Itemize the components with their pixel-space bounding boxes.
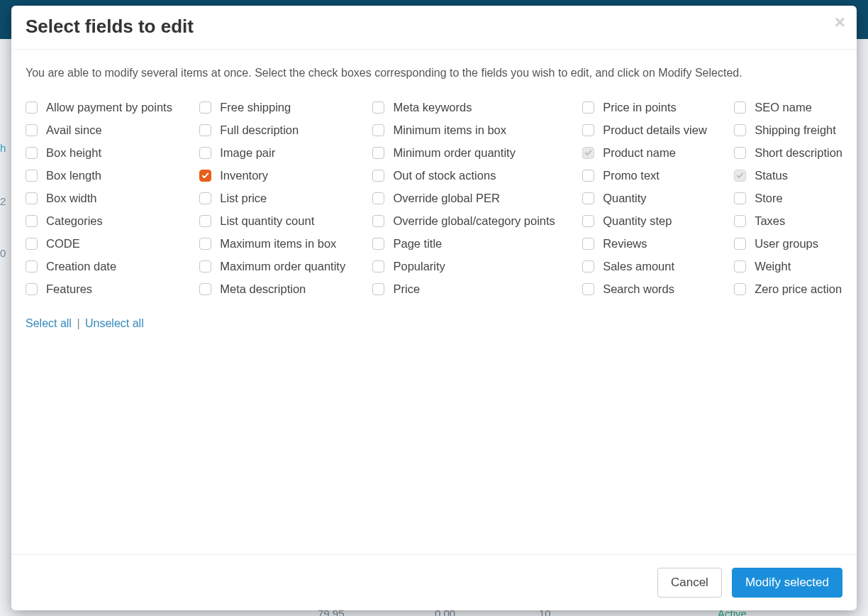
checkbox[interactable] [199,192,211,204]
checkbox[interactable] [734,192,746,204]
close-icon[interactable]: × [835,13,845,31]
field-label: Inventory [220,169,268,182]
cancel-button[interactable]: Cancel [657,568,722,598]
checkbox[interactable] [199,124,211,136]
field-option[interactable]: Search words [582,282,707,296]
checkbox[interactable] [582,283,594,295]
checkbox[interactable] [26,192,38,204]
checkbox[interactable] [734,101,746,114]
field-option[interactable]: Image pair [199,146,345,160]
checkbox[interactable] [199,260,211,273]
field-option[interactable]: Avail since [26,123,172,137]
checkbox[interactable] [582,238,594,250]
checkbox[interactable] [199,101,211,114]
field-option[interactable]: Override global/category points [372,214,555,228]
field-option[interactable]: Meta description [199,282,345,296]
field-option[interactable]: Quantity step [582,214,707,228]
field-option[interactable]: Maximum order quantity [199,260,345,273]
field-option[interactable]: SEO name [734,101,842,114]
field-option[interactable]: Minimum order quantity [372,146,555,160]
field-label: Override global/category points [393,214,555,228]
checkbox[interactable] [734,124,746,136]
field-option[interactable]: Allow payment by points [26,101,172,114]
checkbox[interactable] [582,192,594,204]
checkbox[interactable] [26,147,38,159]
checkbox[interactable] [734,147,746,159]
field-option[interactable]: Override global PER [372,192,555,205]
field-label: Search words [603,282,674,296]
checkbox[interactable] [734,238,746,250]
field-option[interactable]: Popularity [372,260,555,273]
modify-selected-button[interactable]: Modify selected [732,568,842,598]
field-option[interactable]: Product details view [582,123,707,137]
checkbox[interactable] [582,124,594,136]
field-label: Maximum order quantity [220,260,345,273]
checkbox[interactable] [372,238,384,250]
field-option[interactable]: Quantity [582,192,707,205]
field-label: Reviews [603,237,647,251]
checkbox[interactable] [199,147,211,159]
checkbox[interactable] [26,238,38,250]
checkbox[interactable] [26,215,38,227]
field-label: Promo text [603,169,660,182]
field-option[interactable]: Features [26,282,172,296]
checkbox[interactable] [372,283,384,295]
fields-column: Free shippingFull descriptionImage pairI… [199,101,345,296]
checkbox[interactable] [372,260,384,273]
field-option[interactable]: Store [734,192,842,205]
field-option[interactable]: Full description [199,123,345,137]
field-option[interactable]: Weight [734,260,842,273]
checkbox[interactable] [582,260,594,273]
field-option[interactable]: Inventory [199,169,345,182]
field-option[interactable]: Page title [372,237,555,251]
select-all-link[interactable]: Select all [26,317,72,329]
field-option[interactable]: Taxes [734,214,842,228]
field-option[interactable]: Free shipping [199,101,345,114]
field-option[interactable]: Shipping freight [734,123,842,137]
checkbox[interactable] [26,124,38,136]
checkbox[interactable] [199,283,211,295]
field-option[interactable]: Minimum items in box [372,123,555,137]
field-option[interactable]: Promo text [582,169,707,182]
checkbox[interactable] [582,101,594,114]
checkbox[interactable] [372,215,384,227]
field-option[interactable]: Short description [734,146,842,160]
field-option[interactable]: Box height [26,146,172,160]
checkbox[interactable] [372,192,384,204]
field-option[interactable]: Box length [26,169,172,182]
checkbox[interactable] [199,215,211,227]
field-option[interactable]: Price in points [582,101,707,114]
field-option[interactable]: Maximum items in box [199,237,345,251]
field-option[interactable]: CODE [26,237,172,251]
field-option[interactable]: Sales amount [582,260,707,273]
field-option[interactable]: Reviews [582,237,707,251]
checkbox[interactable] [734,283,746,295]
checkbox[interactable] [582,170,594,182]
field-option[interactable]: Box width [26,192,172,205]
field-option[interactable]: Price [372,282,555,296]
checkbox[interactable] [26,101,38,114]
field-option[interactable]: Categories [26,214,172,228]
field-option[interactable]: List quantity count [199,214,345,228]
checkbox[interactable] [582,215,594,227]
checkbox[interactable] [372,170,384,182]
field-option[interactable]: Zero price action [734,282,842,296]
checkbox[interactable] [26,170,38,182]
unselect-all-link[interactable]: Unselect all [85,317,144,329]
checkbox[interactable] [199,170,211,182]
checkbox[interactable] [372,124,384,136]
field-option[interactable]: List price [199,192,345,205]
checkbox[interactable] [734,260,746,273]
field-option[interactable]: User groups [734,237,842,251]
checkbox[interactable] [372,147,384,159]
checkbox[interactable] [26,260,38,273]
field-option[interactable]: Creation date [26,260,172,273]
checkbox[interactable] [372,101,384,114]
field-option[interactable]: Meta keywords [372,101,555,114]
checkbox[interactable] [26,283,38,295]
field-option[interactable]: Out of stock actions [372,169,555,182]
checkbox[interactable] [734,215,746,227]
checkbox[interactable] [199,238,211,250]
field-option[interactable]: Status [734,169,842,182]
field-option[interactable]: Product name [582,146,707,160]
